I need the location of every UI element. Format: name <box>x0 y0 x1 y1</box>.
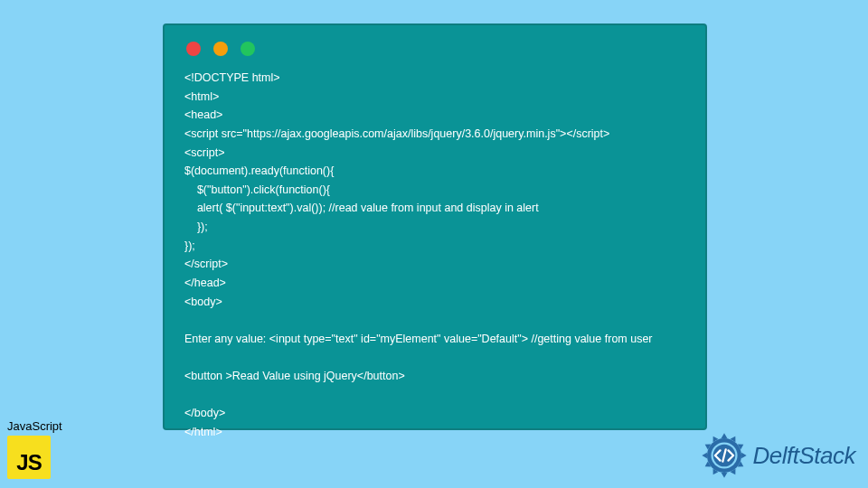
javascript-icon: JS <box>7 436 51 479</box>
delftstack-logo: DelftStack <box>699 430 856 481</box>
minimize-icon <box>213 42 228 56</box>
delftstack-text: DelftStack <box>753 442 856 470</box>
code-block: <!DOCTYPE html> <html> <head> <script sr… <box>184 69 685 442</box>
maximize-icon <box>241 42 255 56</box>
javascript-label: JavaScript <box>7 419 62 433</box>
code-window: <!DOCTYPE html> <html> <head> <script sr… <box>163 23 707 430</box>
javascript-badge: JavaScript JS <box>7 419 62 479</box>
window-controls <box>186 42 685 56</box>
close-icon <box>186 42 201 56</box>
delftstack-gear-icon <box>699 430 750 481</box>
